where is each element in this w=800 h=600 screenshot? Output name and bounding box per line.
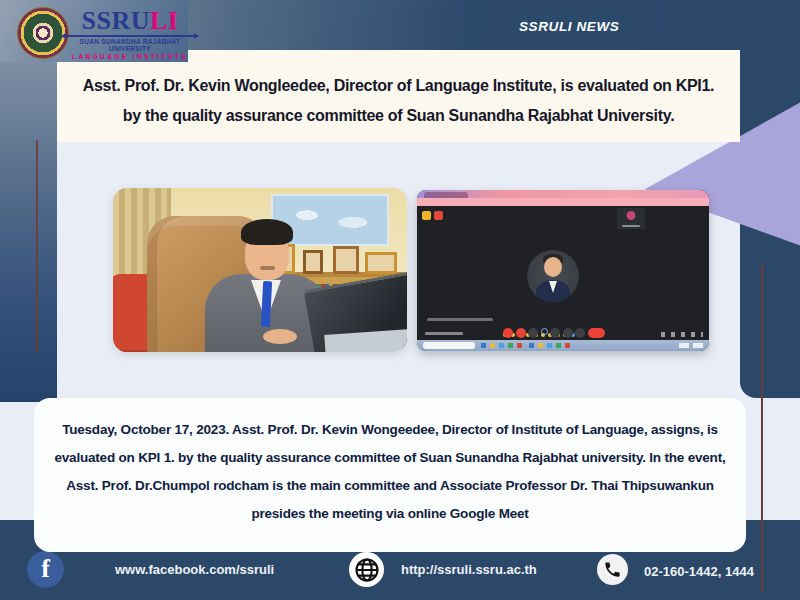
- logo-university-name: SUAN SUNANDHA RAJABHAT UNIVERSITY: [64, 38, 196, 52]
- title-line-2: by the quality assurance committee of Su…: [57, 101, 740, 131]
- end-call-button: [588, 328, 605, 338]
- meet-yellow-badge-icon: [422, 211, 431, 220]
- taskbar-search-box: [423, 342, 475, 349]
- logo-text-block: SSRULI SUAN SUNANDHA RAJABHAT UNIVERSITY…: [64, 8, 196, 60]
- participant-tile: [617, 208, 645, 229]
- description-line-4: presides the meeting via online Google M…: [34, 500, 746, 528]
- logo-acronym-pink: LI: [150, 6, 178, 35]
- photo-frame: [303, 250, 323, 274]
- man-hair: [241, 219, 293, 245]
- meet-record-badge-icon: [434, 211, 443, 220]
- logo-wordmark: SSRULI: [64, 8, 196, 34]
- participant-grid: [617, 208, 705, 326]
- globe-icon: [349, 552, 384, 587]
- title-line-1: Asst. Prof. Dr. Kevin Wongleedee, Direct…: [57, 71, 740, 101]
- camera-button: [516, 328, 526, 338]
- website-url[interactable]: http://ssruli.ssru.ac.th: [401, 562, 537, 577]
- title-banner: Asst. Prof. Dr. Kevin Wongleedee, Direct…: [57, 50, 740, 142]
- photo-frame: [365, 252, 397, 274]
- news-poster: SSRULI NEWS Asst. Prof. Dr. Kevin Wongle…: [0, 0, 800, 600]
- taskbar-system-tray: [679, 343, 703, 348]
- meet-panel-icons: [661, 332, 703, 337]
- description-line-1: Tuesday, October 17, 2023. Asst. Prof. D…: [34, 416, 746, 444]
- man-mustache: [260, 266, 275, 270]
- portrait-photo: [113, 188, 407, 352]
- windows-taskbar: [417, 340, 709, 351]
- meet-time-code: [425, 332, 463, 335]
- captions-button: [528, 328, 538, 338]
- reactions-button: [563, 328, 573, 338]
- description-line-3: Asst. Prof. Dr.Chumpol rodcham is the ma…: [34, 472, 746, 500]
- mic-button: [503, 328, 513, 338]
- phone-number: 02-160-1442, 1444: [644, 564, 754, 579]
- avatar-head: [544, 257, 562, 277]
- logo-institute-name: LANGUAGE INSTITUTE: [64, 53, 196, 60]
- logo-divider: [66, 35, 194, 37]
- logo-acronym-blue: SSRU: [82, 6, 150, 35]
- browser-tab-bar: [417, 190, 709, 198]
- present-button: [550, 328, 560, 338]
- description-line-2: evaluated on KPI 1. by the quality assur…: [34, 444, 746, 472]
- facebook-icon[interactable]: f: [27, 551, 64, 588]
- news-label: SSRULI NEWS: [519, 19, 619, 34]
- right-accent-line: [761, 263, 763, 593]
- more-options-button: [575, 328, 585, 338]
- left-accent-line: [36, 140, 38, 352]
- man-hands: [263, 329, 297, 344]
- speaker-avatar: [527, 250, 579, 302]
- facebook-url[interactable]: www.facebook.com/ssruli: [115, 562, 274, 577]
- photo-frame: [333, 246, 359, 274]
- meet-control-bar: [503, 328, 623, 339]
- taskbar-app-icons: [481, 343, 577, 348]
- browser-address-bar: [417, 198, 709, 206]
- phone-icon: [597, 554, 628, 585]
- description-box: Tuesday, October 17, 2023. Asst. Prof. D…: [34, 398, 746, 552]
- google-meet-screenshot: [417, 190, 709, 351]
- raise-hand-button: [541, 328, 548, 335]
- header-logo-block: SSRULI SUAN SUNANDHA RAJABHAT UNIVERSITY…: [0, 0, 188, 62]
- meet-stage: [417, 206, 709, 340]
- meet-caption-text: [427, 318, 493, 321]
